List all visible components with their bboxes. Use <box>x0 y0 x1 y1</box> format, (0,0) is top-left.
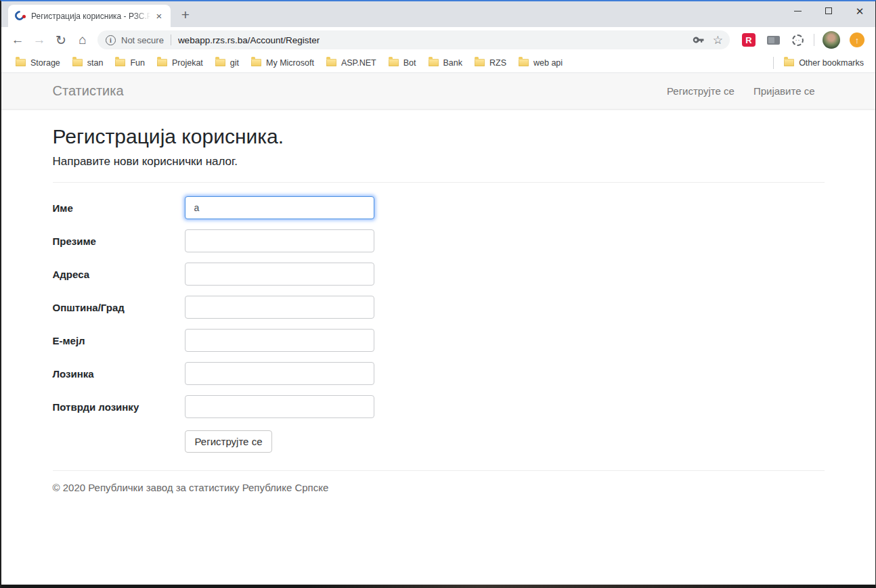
bookmark-item[interactable]: git <box>209 55 245 71</box>
other-bookmarks-button[interactable]: Other bookmarks <box>778 55 870 71</box>
update-arrow-icon[interactable]: ↑ <box>850 32 864 47</box>
bookmarks-bar: Storage stan Fun Projekat git My Microso… <box>1 53 875 73</box>
bookmark-item[interactable]: Projekat <box>151 55 209 71</box>
folder-icon <box>389 59 399 66</box>
tab-close-icon[interactable]: × <box>153 10 165 22</box>
password-key-icon[interactable] <box>693 34 705 46</box>
password-label: Лозинка <box>53 368 185 380</box>
minimize-button[interactable] <box>782 0 813 22</box>
email-input[interactable] <box>185 329 374 352</box>
url-text[interactable]: webapp.rzs.rs.ba/Account/Register <box>178 35 320 45</box>
toolbar-divider <box>814 34 814 46</box>
bookmark-item[interactable]: web api <box>512 55 569 71</box>
browser-toolbar: ← → ↻ ⌂ i Not secure webapp.rzs.rs.ba/Ac… <box>1 27 875 53</box>
first-name-input[interactable] <box>185 196 374 219</box>
form-row: Потврди лозинку <box>53 395 825 418</box>
forward-button[interactable]: → <box>30 30 49 49</box>
divider <box>53 182 825 183</box>
bookmark-item[interactable]: Storage <box>9 55 66 71</box>
bookmark-star-icon[interactable]: ☆ <box>713 35 723 46</box>
folder-icon <box>326 59 336 66</box>
site-navbar: Статистика Региструјте се Пријавите се <box>1 73 875 110</box>
confirm-password-label: Потврди лозинку <box>53 401 185 413</box>
municipality-input[interactable] <box>185 296 374 319</box>
page-content: Статистика Региструјте се Пријавите се Р… <box>1 73 875 493</box>
folder-icon <box>157 59 167 66</box>
email-label: Е-мејл <box>53 335 185 346</box>
bookmark-item[interactable]: Bot <box>382 55 422 71</box>
page-subtitle: Направите нови кориснички налог. <box>53 155 825 168</box>
new-tab-button[interactable]: + <box>176 6 195 25</box>
extension-r-icon[interactable]: R <box>742 33 755 47</box>
bookmarks-divider <box>773 57 774 69</box>
address-bar[interactable]: i Not secure webapp.rzs.rs.ba/Account/Re… <box>97 30 730 49</box>
close-button[interactable]: ✕ <box>844 0 875 22</box>
site-nav: Региструјте се Пријавите се <box>657 85 825 97</box>
profile-avatar[interactable] <box>823 31 840 49</box>
maximize-button[interactable] <box>813 0 844 22</box>
bookmark-item[interactable]: My Microsoft <box>245 55 320 71</box>
footer-copyright: © 2020 Републички завод за статистику Ре… <box>53 482 825 493</box>
page-title: Регистрација корисника. <box>53 125 825 148</box>
folder-icon <box>429 59 439 66</box>
form-row: Лозинка <box>53 362 825 385</box>
bookmark-item[interactable]: ASP.NET <box>320 55 382 71</box>
address-input[interactable] <box>185 263 374 286</box>
tab-title: Регистрација корисника - РЗС.Р <box>31 12 153 21</box>
form-row: Име <box>53 196 825 219</box>
back-button[interactable]: ← <box>8 30 27 49</box>
register-form: Име Презиме Адреса Општина/Град Е-мејл <box>53 196 825 453</box>
extension-wallet-icon[interactable] <box>767 36 780 45</box>
reload-button[interactable]: ↻ <box>51 30 70 49</box>
page-info-icon[interactable]: i <box>106 35 116 45</box>
bookmark-item[interactable]: RZS <box>468 55 512 71</box>
form-row: Е-мејл <box>53 329 825 352</box>
close-icon: ✕ <box>856 6 864 16</box>
folder-icon <box>215 59 225 66</box>
last-name-input[interactable] <box>185 229 374 252</box>
form-row: Општина/Град <box>53 296 825 319</box>
url-divider <box>171 35 171 45</box>
tab-strip: Регистрација корисника - РЗС.Р × + ✕ <box>1 1 875 27</box>
nav-login-link[interactable]: Пријавите се <box>744 85 825 97</box>
folder-icon <box>16 59 26 66</box>
bookmark-item[interactable]: Fun <box>109 55 151 71</box>
nav-register-link[interactable]: Региструјте се <box>657 85 744 97</box>
confirm-password-input[interactable] <box>185 395 374 418</box>
form-row: Презиме <box>53 229 825 252</box>
municipality-label: Општина/Град <box>53 302 185 313</box>
folder-icon <box>784 59 794 66</box>
first-name-label: Име <box>53 202 185 214</box>
bookmark-item[interactable]: stan <box>66 55 110 71</box>
password-input[interactable] <box>185 362 374 385</box>
register-button[interactable]: Региструјте се <box>185 430 273 453</box>
window-bottom-edge <box>1 585 875 588</box>
folder-icon <box>115 59 125 66</box>
bookmark-item[interactable]: Bank <box>422 55 469 71</box>
footer-divider <box>53 470 825 471</box>
minimize-icon <box>794 11 802 12</box>
site-brand[interactable]: Статистика <box>53 83 124 99</box>
folder-icon <box>519 59 529 66</box>
browser-window: Регистрација корисника - РЗС.Р × + ✕ ← →… <box>0 0 876 588</box>
form-row: Адреса <box>53 263 825 286</box>
maximize-icon <box>825 7 832 14</box>
folder-icon <box>251 59 261 66</box>
browser-tab[interactable]: Регистрација корисника - РЗС.Р × <box>8 5 171 27</box>
folder-icon <box>72 59 83 66</box>
site-favicon-icon <box>15 11 26 22</box>
last-name-label: Презиме <box>53 235 185 247</box>
security-label: Not secure <box>121 35 164 45</box>
folder-icon <box>475 59 485 66</box>
window-controls: ✕ <box>782 0 875 22</box>
address-label: Адреса <box>53 269 185 280</box>
home-button[interactable]: ⌂ <box>73 30 92 49</box>
extension-dashed-circle-icon[interactable]: ·· <box>792 35 804 46</box>
